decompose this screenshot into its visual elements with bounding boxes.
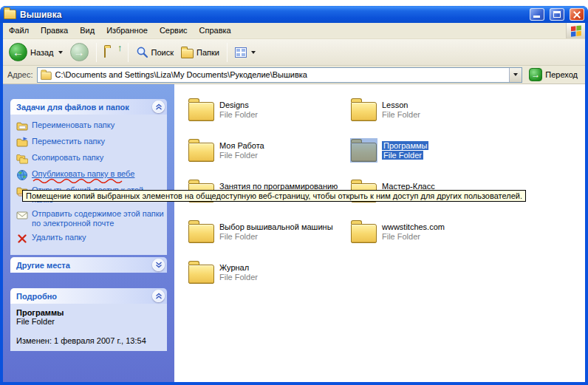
address-field[interactable]	[37, 67, 523, 83]
address-bar: Адрес: → Переход	[3, 66, 585, 84]
task-move-folder[interactable]: Переместить папку	[16, 137, 164, 149]
menubar: Файл Правка Вид Избранное Сервис Справка	[3, 23, 585, 39]
task-pane: Задачи для файлов и папок Переименовать …	[3, 84, 174, 382]
folder-item[interactable]: wwwstitches.comFile Folder	[351, 219, 445, 244]
titlebar[interactable]: Вышивка	[0, 6, 588, 23]
folder-name: Мастер-Класс	[382, 182, 435, 191]
folder-icon	[188, 224, 214, 243]
folder-item-selected[interactable]: ПрограммыFile Folder	[351, 137, 428, 163]
section-details: Подробно Программы File Folder Изменен: …	[10, 288, 167, 351]
minimize-button[interactable]	[530, 8, 544, 21]
chevron-up-icon	[155, 293, 163, 299]
forward-button[interactable]: →	[67, 41, 92, 63]
task-publish-folder[interactable]: Опубликовать папку в вебе	[16, 169, 164, 181]
folder-item[interactable]: Выбор вышивальной машиныFile Folder	[188, 219, 333, 244]
toolbar-separator	[128, 43, 129, 62]
folder-name: Занятия по программированию	[219, 182, 338, 191]
folder-type: File Folder	[219, 273, 258, 282]
back-dropdown-icon[interactable]	[58, 51, 63, 54]
folder-content[interactable]: DesignsFile Folder LessonFile Folder Моя…	[174, 84, 585, 382]
folders-button[interactable]: Папки	[178, 44, 222, 60]
other-places-header[interactable]: Другие места	[10, 257, 167, 273]
main-area: Задачи для файлов и папок Переименовать …	[3, 84, 585, 382]
file-tasks-body: Переименовать папку Переместить папку Ск…	[10, 115, 167, 255]
details-type: File Folder	[16, 317, 164, 326]
folder-item[interactable]: ЖурналFile Folder	[188, 259, 258, 285]
folder-item[interactable]: DesignsFile Folder	[188, 97, 258, 122]
task-label: Отправить содержимое этой папки по элект…	[32, 209, 164, 228]
views-dropdown-icon[interactable]	[251, 51, 256, 54]
window-folder-icon	[4, 10, 16, 19]
menu-help[interactable]: Справка	[194, 23, 237, 38]
task-label: Скопировать папку	[32, 153, 164, 163]
folder-item[interactable]: LessonFile Folder	[351, 97, 420, 122]
move-folder-icon	[16, 137, 28, 149]
folder-type: File Folder	[219, 232, 258, 241]
tooltip: Помещение копий выбранных элементов на о…	[22, 190, 526, 202]
details-title: Подробно	[16, 292, 57, 301]
folders-label: Папки	[196, 48, 219, 57]
file-tasks-title: Задачи для файлов и папок	[16, 103, 129, 112]
task-label: Удалить папку	[32, 233, 164, 242]
folder-type: File Folder	[219, 151, 258, 160]
menu-edit[interactable]: Правка	[35, 23, 74, 38]
email-icon	[16, 209, 28, 221]
window-frame: Файл Правка Вид Избранное Сервис Справка…	[3, 23, 585, 382]
explorer-window: Вышивка Файл Правка Вид Избранное Сервис…	[0, 6, 588, 385]
task-delete-folder[interactable]: Удалить папку	[16, 233, 164, 245]
go-label: Переход	[545, 70, 578, 79]
folder-type: File Folder	[382, 232, 420, 241]
rename-folder-icon	[16, 120, 28, 132]
toolbar-separator	[227, 43, 228, 62]
folder-type: File Folder	[382, 151, 423, 160]
details-modified: Изменен: 1 февраля 2007 г., 13:54	[16, 336, 164, 345]
windows-logo-icon	[566, 23, 585, 38]
back-button[interactable]: ← Назад	[6, 41, 66, 63]
go-icon: →	[529, 68, 542, 81]
details-header[interactable]: Подробно	[10, 288, 167, 304]
folder-name: Программы	[382, 141, 428, 150]
task-label: Переименовать папку	[32, 120, 164, 130]
delete-icon	[16, 233, 28, 245]
folder-name: Моя Работа	[219, 141, 264, 150]
back-icon: ←	[9, 43, 27, 61]
details-body: Программы File Folder Изменен: 1 февраля…	[10, 304, 167, 351]
menu-view[interactable]: Вид	[74, 23, 100, 38]
copy-folder-icon	[16, 153, 28, 165]
red-annotation-squiggle	[32, 178, 126, 183]
search-button[interactable]: Поиск	[133, 44, 177, 60]
maximize-icon	[553, 11, 561, 18]
folder-type: File Folder	[219, 110, 258, 119]
folder-item[interactable]: Моя РаботаFile Folder	[188, 137, 264, 163]
address-dropdown-button[interactable]	[509, 68, 522, 82]
folder-name: wwwstitches.com	[382, 222, 445, 231]
task-copy-folder[interactable]: Скопировать папку	[16, 153, 164, 165]
folder-name: Lesson	[382, 100, 408, 109]
folder-icon	[188, 143, 214, 162]
folder-name: Выбор вышивальной машины	[219, 222, 333, 231]
views-button[interactable]	[232, 46, 259, 59]
forward-icon: →	[70, 43, 89, 61]
window-title: Вышивка	[20, 10, 524, 20]
menu-file[interactable]: Файл	[3, 23, 35, 38]
expand-button[interactable]	[152, 259, 165, 271]
address-input[interactable]	[55, 70, 507, 79]
folder-type: File Folder	[382, 110, 420, 119]
up-button[interactable]: ↑	[101, 44, 123, 61]
maximize-button[interactable]	[550, 8, 564, 21]
task-rename-folder[interactable]: Переименовать папку	[16, 120, 164, 132]
task-email-folder[interactable]: Отправить содержимое этой папки по элект…	[16, 209, 164, 228]
dropdown-icon	[513, 73, 518, 76]
folder-icon	[188, 265, 214, 284]
collapse-button[interactable]	[152, 100, 165, 113]
minimize-icon	[533, 16, 540, 18]
folder-name: Журнал	[219, 263, 249, 272]
task-label: Переместить папку	[32, 137, 164, 146]
file-tasks-header[interactable]: Задачи для файлов и папок	[10, 99, 167, 115]
collapse-button[interactable]	[152, 290, 165, 302]
go-button[interactable]: → Переход	[526, 67, 582, 83]
close-button[interactable]	[570, 8, 584, 21]
menu-favorites[interactable]: Избранное	[100, 23, 154, 38]
section-file-tasks: Задачи для файлов и папок Переименовать …	[10, 99, 167, 255]
menu-tools[interactable]: Сервис	[154, 23, 194, 38]
